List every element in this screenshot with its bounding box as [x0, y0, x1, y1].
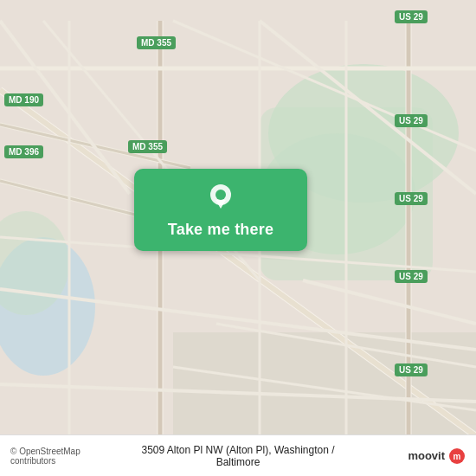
road-label-us29-mid1: US 29: [395, 114, 428, 127]
svg-text:m: m: [453, 452, 461, 461]
take-me-there-label: Take me there: [168, 221, 273, 239]
address-text: 3509 Alton Pl NW (Alton Pl), Washington …: [125, 444, 352, 468]
moovit-label: moovit: [408, 449, 445, 462]
moovit-logo: moovit m: [352, 447, 466, 465]
location-pin-icon: [205, 183, 236, 214]
moovit-icon: m: [448, 447, 466, 465]
map-container: MD 355 US 29 MD 190 MD 355 MD 396 US 29 …: [0, 0, 476, 476]
road-label-md190: MD 190: [4, 93, 43, 106]
road-label-md396: MD 396: [4, 145, 43, 158]
take-me-there-button[interactable]: Take me there: [134, 169, 307, 251]
bottom-bar: © OpenStreetMap contributors 3509 Alton …: [0, 434, 476, 476]
road-label-md355-top: MD 355: [137, 36, 176, 49]
road-label-us29-mid3: US 29: [395, 270, 428, 283]
road-label-us29-mid2: US 29: [395, 192, 428, 205]
road-label-md355-mid: MD 355: [128, 140, 167, 153]
copyright-text: © OpenStreetMap contributors: [10, 447, 125, 466]
road-label-us29-bot: US 29: [395, 363, 428, 376]
road-label-us29-top: US 29: [395, 10, 428, 23]
svg-point-32: [215, 190, 226, 200]
